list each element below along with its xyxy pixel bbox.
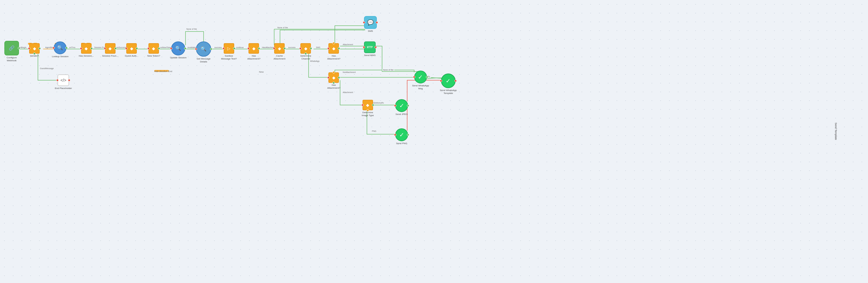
sendwat-port-right[interactable] bbox=[455, 80, 457, 82]
lookup-port-left[interactable] bbox=[53, 47, 55, 49]
getmsg-port-right[interactable] bbox=[210, 48, 212, 50]
sendpng-port-left[interactable] bbox=[394, 134, 396, 136]
end-placeholder-node[interactable]: </> End Placeholder bbox=[55, 74, 72, 90]
send-whatsapp-template-node[interactable]: ✓ Send WhatsAppTemplate bbox=[440, 73, 457, 95]
update-session-node[interactable]: 🔍 Update Session bbox=[170, 41, 186, 59]
edge-label-attach2: Attachment bbox=[342, 91, 354, 94]
sanitize-port-left[interactable] bbox=[222, 47, 225, 50]
sendmms-port-right[interactable] bbox=[374, 46, 377, 49]
determimg-port-left[interactable] bbox=[361, 104, 364, 106]
hassession-port-left[interactable] bbox=[80, 47, 82, 50]
sendwat-port-left[interactable] bbox=[440, 80, 442, 82]
sender-port-right[interactable] bbox=[38, 47, 41, 50]
code-icon: </> bbox=[60, 78, 66, 83]
sendjpeg-port-right[interactable] bbox=[407, 104, 409, 107]
cache-attachment-node[interactable]: ◆ CacheAttachment bbox=[274, 43, 285, 60]
sms-label: SMS bbox=[368, 30, 373, 33]
determimg-port-bottom[interactable] bbox=[367, 109, 369, 112]
send-mms-node[interactable]: HTTP Send MMS bbox=[364, 41, 376, 57]
sendmms-port-left[interactable] bbox=[363, 46, 365, 49]
updatesession-port-left[interactable] bbox=[170, 47, 173, 50]
hasattach-port-left[interactable] bbox=[247, 47, 250, 50]
determchannel-port-bottom[interactable] bbox=[305, 53, 307, 55]
has-attachment-3-node[interactable]: ◆ HasAttachment? bbox=[327, 72, 340, 89]
guestauth-port-left[interactable] bbox=[125, 47, 127, 50]
sendpng-port-right[interactable] bbox=[407, 134, 409, 136]
edge-label-noattach: NoAttachment bbox=[342, 71, 356, 73]
send-template-label: Send Template bbox=[834, 123, 837, 140]
getmsg-port-left[interactable] bbox=[195, 48, 197, 50]
determine-channel-node[interactable]: ◆ DetermineChannel bbox=[301, 43, 311, 60]
sms-node[interactable]: 💬 SMS bbox=[364, 16, 377, 33]
webhook-port-right[interactable] bbox=[18, 47, 20, 49]
edge-label-png: PNG bbox=[371, 130, 377, 132]
newtoken-port-right[interactable] bbox=[158, 47, 160, 50]
determimg-port-right[interactable] bbox=[372, 104, 374, 106]
edge-label-ontms: onTms bbox=[68, 46, 76, 49]
session-found-node[interactable]: ◆ Session Foun... bbox=[102, 43, 118, 58]
hasattach3-port-bottom[interactable] bbox=[333, 82, 335, 84]
updatesession-port-right[interactable] bbox=[184, 47, 186, 50]
lookup-session-node[interactable]: 🔍 Lookup Session bbox=[52, 41, 68, 58]
has-session-label: Has Session... bbox=[79, 55, 94, 58]
sanitize-message-label: SanitizeMessage Text? bbox=[221, 55, 237, 60]
has-attachment-label: HasAttachment? bbox=[247, 55, 260, 60]
session-found-label: Session Foun... bbox=[102, 55, 118, 58]
lookup-session-label: Lookup Session bbox=[52, 55, 68, 58]
hasattach2-port-left[interactable] bbox=[327, 47, 330, 50]
workflow-canvas[interactable]: onBegin AgentMessage onTms Session Foun.… bbox=[0, 0, 868, 283]
edge-label-attachment: Attachment bbox=[342, 43, 354, 46]
end-placeholder-label: End Placeholder bbox=[55, 87, 72, 90]
sender-port-left[interactable] bbox=[28, 47, 30, 50]
hasattach3-port-right[interactable] bbox=[338, 76, 340, 79]
cacheattach-port-right[interactable] bbox=[283, 47, 286, 50]
determchannel-port-left[interactable] bbox=[299, 47, 302, 50]
guestauth-port-right[interactable] bbox=[135, 47, 138, 50]
hasattach-port-right[interactable] bbox=[258, 47, 260, 50]
has-attachment-2-label: HasAttachment? bbox=[327, 55, 340, 60]
sms-port-right[interactable] bbox=[376, 21, 378, 24]
has-session-node[interactable]: ◆ Has Session... bbox=[79, 43, 94, 58]
has-session-end-label: Has Session End bbox=[154, 70, 172, 73]
sendwa-port-left[interactable] bbox=[413, 76, 415, 78]
get-message-details-node[interactable]: 🔍 Get MessageDetails bbox=[196, 41, 211, 63]
sendjpeg-port-left[interactable] bbox=[394, 104, 396, 107]
update-session-label: Update Session bbox=[170, 56, 186, 59]
determine-image-type-node[interactable]: ◆ DetermineImage Type bbox=[362, 100, 374, 117]
endplaceholder-port-left[interactable] bbox=[56, 79, 59, 82]
hasattach3-port-left[interactable] bbox=[327, 76, 330, 79]
send-mms-label: Send MMS bbox=[364, 54, 376, 57]
configure-webhook-node[interactable]: 🔗 ConfigureWebhook bbox=[4, 41, 19, 62]
send-jpeg-node[interactable]: ✓ Send JPEG bbox=[395, 99, 408, 116]
send-jpeg-label: Send JPEG bbox=[396, 113, 408, 116]
new-token-node[interactable]: ◆ New Token? bbox=[147, 43, 160, 58]
newtoken-port-left[interactable] bbox=[147, 47, 150, 50]
has-attachment-2-node[interactable]: ◆ HasAttachment? bbox=[327, 43, 340, 60]
sanitize-port-right[interactable] bbox=[233, 47, 236, 50]
determchannel-port-right[interactable] bbox=[310, 47, 312, 50]
has-attachment-3-label: HasAttachment? bbox=[327, 84, 340, 89]
guest-auth-node[interactable]: ◆ Guest Auth... bbox=[125, 43, 138, 58]
lookup-port-right[interactable] bbox=[65, 47, 68, 49]
send-whatsapp-template-label: Send WhatsAppTemplate bbox=[440, 89, 457, 95]
sessionfound-port-left[interactable] bbox=[104, 47, 106, 50]
webhook-icon: 🔗 bbox=[9, 46, 14, 51]
send-png-node[interactable]: ✓ Send PNG bbox=[395, 128, 408, 145]
sender-node[interactable]: ◆ Sender? bbox=[29, 43, 40, 58]
endplaceholder-port-right[interactable] bbox=[68, 79, 70, 82]
update-icon: 🔍 bbox=[175, 46, 181, 51]
sessionfound-port-right[interactable] bbox=[114, 47, 117, 50]
new-token-label: New Token? bbox=[147, 55, 160, 58]
sanitize-message-node[interactable]: ▷ SanitizeMessage Text? bbox=[221, 43, 237, 60]
sendwa-port-right[interactable] bbox=[426, 76, 428, 78]
has-attachment-node[interactable]: ◆ HasAttachment? bbox=[247, 43, 260, 60]
hasattach2-port-top[interactable] bbox=[333, 42, 335, 44]
edge-label-whatsapp: WhatsApp bbox=[309, 60, 320, 62]
cacheattach-port-left[interactable] bbox=[273, 47, 275, 50]
hasattach3-port-top[interactable] bbox=[333, 71, 335, 73]
hasattach2-port-right[interactable] bbox=[338, 47, 340, 50]
sms-port-left[interactable] bbox=[363, 21, 365, 24]
sender-port-bottom[interactable] bbox=[33, 53, 36, 55]
hassession-port-right[interactable] bbox=[90, 47, 93, 50]
send-whatsapp-msg-node[interactable]: ✓ Send WhatsAppMsg bbox=[412, 71, 429, 90]
